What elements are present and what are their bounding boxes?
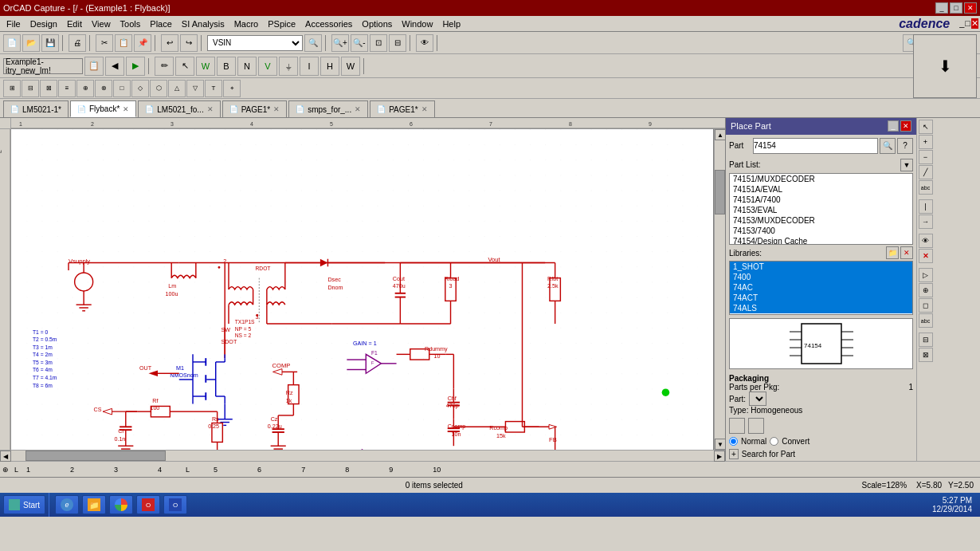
menu-window[interactable]: Window — [397, 18, 437, 30]
part-item-4[interactable]: 74153/MUXDECODER — [730, 215, 912, 226]
part-dropdown[interactable]: VSIN — [207, 35, 303, 51]
maximize-button[interactable]: □ — [950, 2, 962, 14]
wire-button[interactable]: W — [196, 57, 215, 76]
t3-b1[interactable]: ⊞ — [3, 80, 21, 97]
lib-item-5[interactable]: 74AS — [730, 313, 912, 315]
scroll-left[interactable]: ◀ — [0, 451, 11, 462]
thumb-btn1[interactable] — [729, 418, 745, 434]
rsb-abc[interactable]: abc — [919, 180, 933, 195]
zoom-out-button[interactable]: 🔍- — [351, 34, 368, 52]
t3-b3[interactable]: ⊠ — [40, 80, 57, 97]
redo-button[interactable]: ↪ — [180, 34, 198, 52]
open-button[interactable]: 📂 — [22, 34, 40, 52]
menu-edit[interactable]: Edit — [62, 18, 87, 30]
t3-b4[interactable]: ≡ — [58, 80, 76, 97]
t3-b6[interactable]: ⊗ — [95, 80, 112, 97]
schematic-canvas[interactable]: Vsupply Lm 100u — [11, 129, 714, 450]
part-list[interactable]: 74151/MUXDECODER 74151A/EVAL 74151A/7400… — [729, 173, 913, 246]
panel-close[interactable]: ✕ — [900, 120, 911, 132]
t3-b8[interactable]: ◇ — [131, 80, 149, 97]
menu-view[interactable]: View — [87, 18, 116, 30]
convert-radio[interactable] — [770, 437, 778, 446]
rsb-zoom-in[interactable]: + — [919, 135, 933, 149]
tab-close-flyback[interactable]: ✕ — [123, 105, 129, 113]
t3-b13[interactable]: ⌖ — [223, 80, 241, 97]
tab-page1b[interactable]: 📄 PAGE1* ✕ — [370, 100, 435, 117]
search-button[interactable]: 🔍 — [304, 34, 322, 52]
rsb-select[interactable]: ↖ — [919, 120, 933, 134]
taskbar-app1[interactable]: O — [136, 495, 160, 514]
part-help-btn[interactable]: ? — [897, 138, 913, 154]
cut-button[interactable]: ✂ — [96, 34, 113, 52]
menu-file[interactable]: File — [2, 18, 25, 30]
rsb-r4[interactable]: abc — [919, 313, 933, 328]
gnd-button[interactable]: ⏚ — [279, 57, 298, 76]
app-maximize[interactable]: □ — [965, 18, 970, 29]
part-select[interactable] — [749, 392, 766, 406]
rsb-zoom-out[interactable]: − — [919, 150, 933, 164]
start-button[interactable]: Start — [3, 495, 45, 514]
undo-button[interactable]: ↩ — [161, 34, 178, 52]
menu-macro[interactable]: Macro — [229, 18, 264, 30]
t3-b2[interactable]: ⊟ — [22, 80, 39, 97]
eye-button[interactable]: 👁 — [416, 34, 433, 52]
rsb-eye[interactable]: 👁 — [919, 234, 933, 248]
menu-pspice[interactable]: PSpice — [263, 18, 300, 30]
minimize-button[interactable]: _ — [935, 2, 948, 14]
rsb-arrow[interactable]: → — [919, 214, 933, 229]
window-controls[interactable]: _ □ ✕ — [935, 2, 977, 14]
rsb-r2[interactable]: ⊕ — [919, 283, 933, 297]
scroll-right[interactable]: ▶ — [714, 451, 725, 462]
tab-page1a[interactable]: 📄 PAGE1* ✕ — [222, 100, 288, 117]
zoom-area-button[interactable]: ⊟ — [389, 34, 406, 52]
rsb-draw-wire[interactable]: ╱ — [919, 165, 933, 179]
menu-si-analysis[interactable]: SI Analysis — [177, 18, 229, 30]
hierarchy-button[interactable]: H — [320, 57, 339, 76]
rsb-r6[interactable]: ⊠ — [919, 348, 933, 362]
taskbar-chrome[interactable] — [109, 495, 133, 514]
taskbar-app2[interactable]: O — [163, 495, 187, 514]
tab-close-smps[interactable]: ✕ — [355, 105, 361, 113]
t3-b7[interactable]: □ — [113, 80, 131, 97]
search-part-row[interactable]: + Search for Part — [729, 449, 913, 459]
back-nav[interactable]: ◀ — [105, 57, 124, 76]
zoom-in-button[interactable]: 🔍+ — [331, 34, 349, 52]
tab-smps[interactable]: 📄 smps_for_... ✕ — [288, 100, 368, 117]
bus-button[interactable]: B — [217, 57, 236, 76]
lib-item-2[interactable]: 74AC — [730, 282, 912, 293]
t3-b11[interactable]: ▽ — [186, 80, 204, 97]
part-item-1[interactable]: 74151A/EVAL — [730, 184, 912, 195]
close-button[interactable]: ✕ — [964, 2, 977, 14]
pointer-button[interactable]: ↖ — [175, 57, 194, 76]
scroll-thumb[interactable] — [715, 170, 725, 214]
part-item-3[interactable]: 74153/EVAL — [730, 205, 912, 215]
rsb-r3[interactable]: ◻ — [919, 298, 933, 313]
lib-item-4[interactable]: 74ALS — [730, 303, 912, 313]
menu-tools[interactable]: Tools — [116, 18, 146, 30]
taskbar-ie[interactable]: e — [55, 495, 79, 514]
menu-options[interactable]: Options — [357, 18, 397, 30]
scroll-down[interactable]: ▼ — [715, 439, 726, 450]
part-item-2[interactable]: 74151A/7400 — [730, 195, 912, 205]
pencil-button[interactable]: ✏ — [155, 57, 174, 76]
t3-b12[interactable]: T — [205, 80, 222, 97]
part-item-0[interactable]: 74151/MUXDECODER — [730, 174, 912, 184]
part-button[interactable]: I — [300, 57, 319, 76]
tab-close-lm5021-fo[interactable]: ✕ — [207, 105, 214, 113]
page-dropdown[interactable]: Example1-itry_new_Im! — [3, 58, 83, 74]
tab-close-page1b[interactable]: ✕ — [421, 105, 428, 113]
tab-flyback[interactable]: 📄 Flyback* ✕ — [70, 100, 136, 117]
tab-lm5021-fo[interactable]: 📄 LM5021_fo... ✕ — [138, 100, 220, 117]
tab-close-page1a[interactable]: ✕ — [273, 105, 280, 113]
t3-b10[interactable]: △ — [168, 80, 186, 97]
taskbar-explorer[interactable]: 📁 — [82, 495, 106, 514]
page-list[interactable]: 📋 — [84, 57, 104, 76]
lib-item-3[interactable]: 74ACT — [730, 293, 912, 303]
paste-button[interactable]: 📌 — [134, 34, 151, 52]
save-button[interactable]: 💾 — [41, 34, 59, 52]
part-search-btn[interactable]: 🔍 — [880, 138, 896, 154]
lib-delete-btn[interactable]: ✕ — [900, 246, 913, 259]
lib-item-1[interactable]: 7400 — [730, 272, 912, 282]
t3-b9[interactable]: ⬡ — [150, 80, 167, 97]
part-item-5[interactable]: 74153/7400 — [730, 226, 912, 236]
